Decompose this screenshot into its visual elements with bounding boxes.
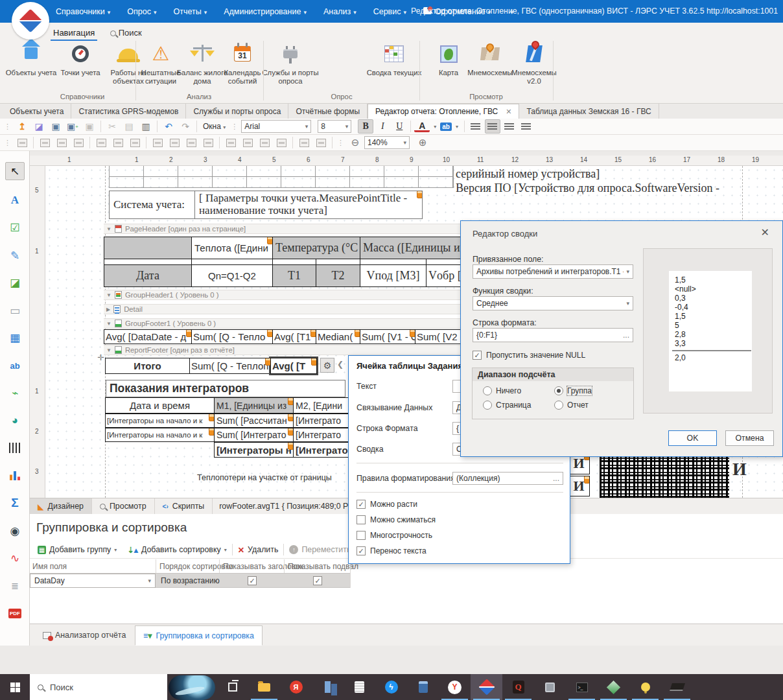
radio-group[interactable]: Группа bbox=[554, 386, 592, 395]
save-as-icon[interactable]: ▣+ bbox=[65, 119, 80, 134]
cancel-button[interactable]: Отмена bbox=[725, 430, 774, 446]
integrators-title-cell[interactable]: Показания интеграторов bbox=[106, 380, 345, 397]
table-subheader-q[interactable]: Qn=Q1-Q2 bbox=[191, 264, 273, 287]
align-center-icon[interactable] bbox=[485, 119, 500, 134]
doc-tab-report-forms[interactable]: Отчётные формы bbox=[288, 104, 368, 119]
upload-report-icon[interactable]: ↥ bbox=[14, 119, 30, 134]
menu-administration[interactable]: Администрирование▾ bbox=[224, 7, 307, 16]
int-row-cell[interactable]: [Интеграторы н bbox=[214, 442, 294, 458]
taskbar-app-city[interactable] bbox=[312, 674, 344, 700]
taskbar-app-ship[interactable] bbox=[661, 674, 693, 700]
tab-designer[interactable]: ◣Дизайнер bbox=[30, 498, 92, 514]
taskbar-app-terminal[interactable]: >_ bbox=[566, 674, 598, 700]
table-subheader-v1[interactable]: Vпод [M3] bbox=[360, 264, 427, 287]
taskbar-app-q[interactable]: Q bbox=[502, 674, 534, 700]
barcode-tool-icon[interactable] bbox=[5, 439, 25, 457]
layout-icon[interactable] bbox=[71, 135, 86, 150]
layout-icon[interactable] bbox=[14, 135, 30, 150]
layout-icon[interactable] bbox=[127, 135, 143, 150]
layout-icon[interactable] bbox=[257, 135, 272, 150]
ribbon-item-services[interactable]: Службы и порты опроса bbox=[262, 41, 319, 91]
tab-grouping-sorting[interactable]: ≡▾ Группировка и сортировка bbox=[135, 625, 263, 646]
table-subheader-date[interactable]: Дата bbox=[104, 264, 192, 287]
layout-icon[interactable] bbox=[110, 135, 126, 150]
groupfooter-cell[interactable]: Median( bbox=[316, 329, 360, 344]
vertical-ruler[interactable]: 51 12 3 bbox=[30, 166, 45, 498]
smart-tag-arrow-icon[interactable]: ❮ bbox=[337, 360, 344, 369]
line-tool-icon[interactable]: ⌁ bbox=[5, 384, 25, 402]
delete-button[interactable]: ✕ Удалить bbox=[233, 545, 284, 555]
list-tool-icon[interactable]: ≣ bbox=[5, 577, 25, 595]
groupfooter-cell[interactable]: Sum( [Q - Тепло bbox=[191, 329, 273, 344]
layout-icon[interactable] bbox=[150, 135, 165, 150]
font-size-combo[interactable]: 8▾ bbox=[318, 120, 351, 133]
ribbon-item-mnemo2[interactable]: Мнемосхемы v2.0 bbox=[506, 41, 563, 91]
word-wrap-checkbox[interactable]: ✓Перенос текста bbox=[356, 546, 427, 555]
can-shrink-checkbox[interactable]: Можно сжиматься bbox=[356, 515, 436, 524]
menu-service[interactable]: Сервис▾ bbox=[373, 7, 406, 16]
start-button[interactable] bbox=[0, 674, 30, 700]
skip-null-checkbox[interactable]: ✓Пропустить значение NULL bbox=[473, 351, 585, 360]
system-value-cell[interactable]: [ Параметры точки учета.MeasurePointTitl… bbox=[194, 191, 423, 219]
total-avg-cell-selected[interactable]: Avg( [T bbox=[270, 358, 317, 374]
ribbon-tab-navigation[interactable]: Навигация bbox=[51, 27, 97, 41]
italic-button[interactable]: I bbox=[375, 119, 390, 134]
sparkline-tool-icon[interactable]: ∿ bbox=[5, 549, 25, 567]
groupfooter-cell[interactable]: Sum( [V1 - С bbox=[360, 329, 415, 344]
radio-page[interactable]: Страница bbox=[483, 401, 531, 410]
column-header-field[interactable]: Имя поля bbox=[32, 562, 67, 571]
int-row-cell[interactable]: [Интеграторы на начало и к bbox=[105, 428, 215, 442]
menu-poll[interactable]: Опрос▾ bbox=[127, 7, 156, 16]
underline-button[interactable]: U bbox=[392, 119, 407, 134]
table-subheader-t2[interactable]: T2 bbox=[316, 264, 360, 287]
radio-report[interactable]: Отчет bbox=[554, 401, 589, 410]
doc-tab-gprs[interactable]: Статистика GPRS-модемов bbox=[71, 104, 186, 119]
menu-analysis[interactable]: Анализ▾ bbox=[323, 7, 356, 16]
zoom-out-icon[interactable]: ⊖ bbox=[347, 135, 363, 150]
shape-tool-icon[interactable]: ◕ bbox=[5, 412, 25, 430]
int-row-cell[interactable]: Sum( [Интеграто bbox=[214, 428, 294, 442]
ribbon-tab-search[interactable]: Поиск bbox=[108, 27, 145, 41]
paste-icon[interactable]: ▥ bbox=[138, 119, 154, 134]
taskbar-search[interactable]: Поиск bbox=[30, 674, 167, 700]
highlight-dropdown[interactable]: ▾ bbox=[453, 119, 461, 134]
align-left-icon[interactable] bbox=[468, 119, 484, 134]
groupfooter-cell[interactable]: Avg( [DataDate - д bbox=[104, 329, 192, 344]
system-label-cell[interactable]: Система учета: bbox=[109, 191, 195, 219]
taskbar-app-yandex-browser[interactable]: Y bbox=[439, 674, 471, 700]
layout-icon[interactable] bbox=[240, 135, 255, 150]
layout-icon[interactable] bbox=[93, 135, 109, 150]
total-sum-cell[interactable]: Sum( [Q - Теплоп bbox=[189, 358, 271, 374]
zoom-combo[interactable]: 140%▾ bbox=[364, 136, 410, 149]
eraser-icon[interactable]: ◪ bbox=[31, 119, 47, 134]
menu-reports[interactable]: Отчеты▾ bbox=[173, 7, 207, 16]
highlight-button[interactable]: ab bbox=[440, 122, 452, 131]
groupfooter-cell[interactable]: Sum( [V2 bbox=[415, 329, 462, 344]
ok-button[interactable]: OK bbox=[668, 430, 717, 446]
layout-icon[interactable] bbox=[37, 135, 53, 150]
sort-order-value[interactable]: По возрастанию bbox=[161, 576, 220, 585]
taskbar-app-calculator[interactable] bbox=[407, 674, 439, 700]
layout-icon[interactable] bbox=[313, 135, 329, 150]
tab-scripts[interactable]: <›Скрипты bbox=[155, 498, 213, 514]
ellipsis-button[interactable]: ... bbox=[623, 331, 629, 340]
pdf-tool-icon[interactable]: PDF bbox=[5, 604, 25, 622]
move-handle-icon[interactable]: ✛ bbox=[97, 353, 104, 362]
datamatrix-barcode[interactable] bbox=[600, 452, 729, 498]
tab-report-analyzer[interactable]: Анализатор отчёта bbox=[35, 626, 134, 644]
cut-icon[interactable]: ✂ bbox=[104, 119, 120, 134]
taskbar-app-chip[interactable] bbox=[534, 674, 566, 700]
taskbar-app-notepad[interactable] bbox=[344, 674, 375, 700]
taskbar-app-lers-active[interactable] bbox=[471, 674, 502, 700]
layout-icon[interactable] bbox=[223, 135, 239, 150]
taskbar-app-zoom[interactable]: ϟ bbox=[375, 674, 407, 700]
layout-icon[interactable] bbox=[200, 135, 216, 150]
ribbon-item-current-summary[interactable]: Сводка текущих bbox=[366, 41, 423, 91]
int-row-cell[interactable]: [Интеграторы на начало и к bbox=[105, 414, 215, 428]
formatting-rules-field[interactable]: (Коллекция)... bbox=[452, 472, 563, 485]
save-all-icon[interactable]: ▣ bbox=[82, 119, 97, 134]
i-cell-large[interactable]: И bbox=[732, 459, 747, 480]
layout-icon[interactable] bbox=[296, 135, 312, 150]
save-icon[interactable]: ▣ bbox=[48, 119, 64, 134]
menu-references[interactable]: Справочники▾ bbox=[56, 7, 110, 16]
